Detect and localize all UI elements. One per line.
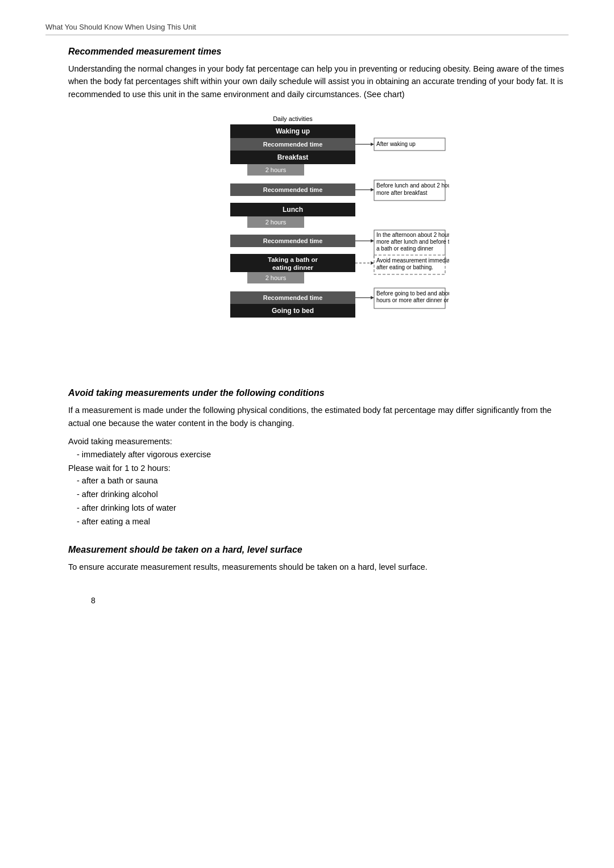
- page-header: What You Should Know When Using This Uni…: [45, 23, 569, 35]
- wait-items: - after a bath or sauna - after drinking…: [77, 474, 569, 529]
- rec-time-4-label: Recommended time: [263, 294, 323, 301]
- rec-time-2-label: Recommended time: [263, 186, 323, 193]
- annotation-2-line2: more after breakfast: [376, 190, 428, 196]
- section3: Measurement should be taken on a hard, l…: [45, 545, 569, 573]
- page-number: 8: [91, 596, 614, 605]
- svg-marker-3: [371, 143, 374, 146]
- section3-title: Measurement should be taken on a hard, l…: [68, 545, 569, 555]
- annotation-2-line1: Before lunch and about 2 hours or: [376, 182, 449, 189]
- bath-label-line2: eating dinner: [272, 264, 314, 271]
- section2-para1: If a measurement is made under the follo…: [68, 404, 569, 429]
- wait-item-3: - after drinking lots of water: [77, 502, 569, 515]
- section2: Avoid taking measurements under the foll…: [45, 388, 569, 528]
- daily-activities-label: Daily activities: [273, 115, 313, 122]
- rec-time-3-label: Recommended time: [263, 237, 323, 244]
- waking-up-label: Waking up: [276, 127, 310, 135]
- wait-item-4: - after eating a meal: [77, 515, 569, 529]
- breakfast-label: Breakfast: [277, 153, 309, 161]
- annotation-bath-line2: after eating or bathing.: [376, 264, 433, 270]
- wait-item-2: - after drinking alcohol: [77, 488, 569, 502]
- wait-label: Please wait for 1 to 2 hours:: [68, 462, 569, 474]
- chart-container: Daily activities Waking up Recommended t…: [45, 111, 569, 372]
- svg-marker-15: [371, 239, 374, 243]
- annotation-3-line3: a bath or eating dinner: [376, 245, 434, 252]
- svg-marker-24: [371, 296, 374, 299]
- daily-activities-chart: Daily activities Waking up Recommended t…: [165, 111, 449, 372]
- section1-title: Recommended measurement times: [68, 47, 569, 57]
- section1: Recommended measurement times Understand…: [45, 47, 569, 372]
- annotation-3-line2: more after lunch and before taking: [376, 239, 449, 245]
- section2-title: Avoid taking measurements under the foll…: [68, 388, 569, 398]
- svg-marker-9: [371, 188, 374, 191]
- section1-paragraph: Understanding the normal changes in your…: [68, 62, 569, 101]
- section3-para: To ensure accurate measurement results, …: [68, 561, 569, 573]
- annotation-4-line1: Before going to bed and about 2: [376, 290, 449, 297]
- avoid-items: - immediately after vigorous exercise: [77, 448, 569, 462]
- hours-3-label: 2 hours: [265, 274, 287, 281]
- hours-1-label: 2 hours: [265, 166, 287, 173]
- rec-time-1-label: Recommended time: [263, 141, 323, 148]
- avoid-item-1: - immediately after vigorous exercise: [77, 448, 569, 462]
- svg-marker-19: [371, 261, 374, 265]
- avoid-label: Avoid taking measurements:: [68, 435, 569, 448]
- annotation-4-line2: hours or more after dinner or bath: [376, 297, 449, 303]
- annotation-bath-line1: Avoid measurement immediately: [376, 257, 449, 264]
- hours-2-label: 2 hours: [265, 219, 287, 226]
- going-to-bed-label: Going to bed: [272, 307, 314, 315]
- annotation-1: After waking up: [376, 141, 416, 147]
- annotation-3-line1: In the afternoon about 2 hours or: [376, 232, 449, 238]
- wait-item-1: - after a bath or sauna: [77, 474, 569, 488]
- bath-label-line1: Taking a bath or: [268, 256, 318, 263]
- lunch-label: Lunch: [283, 206, 303, 214]
